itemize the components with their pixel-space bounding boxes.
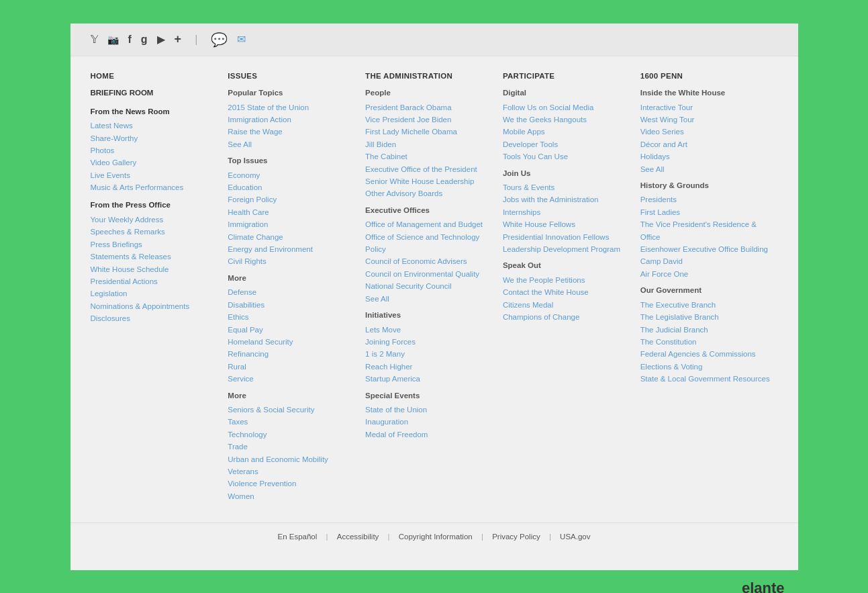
video-series-link[interactable]: Video Series	[640, 126, 771, 138]
ostp-link[interactable]: Office of Science and Technology Policy	[365, 231, 496, 256]
medal-freedom-link[interactable]: Medal of Freedom	[365, 428, 496, 441]
interactive-tour-link[interactable]: Interactive Tour	[640, 101, 771, 113]
ceq-link[interactable]: Council on Environmental Quality	[365, 268, 496, 280]
citizens-medal-link[interactable]: Citizens Medal	[503, 299, 634, 311]
nsc-link[interactable]: National Security Council	[365, 280, 496, 292]
state-local-link[interactable]: State & Local Government Resources	[640, 373, 771, 385]
taxes-link[interactable]: Taxes	[228, 416, 358, 428]
judicial-branch-link[interactable]: The Judicial Branch	[640, 324, 771, 336]
weekly-address-link[interactable]: Your Weekly Address	[91, 214, 222, 226]
raise-wage-link[interactable]: Raise the Wage	[228, 126, 358, 138]
googleplus-icon[interactable]: g	[141, 34, 148, 46]
eob-link[interactable]: Eisenhower Executive Office Building	[640, 243, 771, 255]
video-gallery-link[interactable]: Video Gallery	[91, 156, 222, 169]
jill-biden-link[interactable]: Jill Biden	[365, 138, 496, 150]
copyright-link[interactable]: Copyright Information	[399, 533, 473, 541]
urban-link[interactable]: Urban and Economic Mobility	[228, 453, 358, 465]
speeches-link[interactable]: Speeches & Remarks	[91, 226, 222, 238]
press-briefings-link[interactable]: Press Briefings	[91, 238, 222, 250]
education-link[interactable]: Education	[228, 181, 358, 193]
biden-link[interactable]: Vice President Joe Biden	[365, 113, 496, 126]
federal-agencies-link[interactable]: Federal Agencies & Commissions	[640, 348, 771, 360]
obama-link[interactable]: President Barack Obama	[365, 101, 496, 113]
foreign-policy-link[interactable]: Foreign Policy	[228, 193, 358, 206]
presidents-link[interactable]: Presidents	[640, 193, 771, 206]
ethics-link[interactable]: Ethics	[228, 311, 358, 323]
wh-fellows-link[interactable]: White House Fellows	[503, 218, 634, 230]
geeks-hangouts-link[interactable]: We the Geeks Hangouts	[503, 113, 634, 126]
inauguration-link[interactable]: Inauguration	[365, 416, 496, 428]
exec-office-link[interactable]: Executive Office of the President	[365, 163, 496, 175]
reach-higher-link[interactable]: Reach Higher	[365, 361, 496, 373]
holidays-link[interactable]: Holidays	[640, 150, 771, 163]
internships-link[interactable]: Internships	[503, 206, 634, 218]
state-union-link[interactable]: 2015 State of the Union	[228, 101, 358, 113]
joining-forces-link[interactable]: Joining Forces	[365, 336, 496, 348]
photos-link[interactable]: Photos	[91, 144, 222, 156]
latest-news-link[interactable]: Latest News	[91, 120, 222, 132]
defense-link[interactable]: Defense	[228, 286, 358, 298]
disclosures-link[interactable]: Disclosures	[91, 312, 222, 324]
ldp-link[interactable]: Leadership Development Program	[503, 243, 634, 255]
legislation-link[interactable]: Legislation	[91, 287, 222, 300]
flotus-link[interactable]: First Lady Michelle Obama	[365, 126, 496, 138]
youtube-icon[interactable]: ▶	[157, 33, 165, 46]
decor-art-link[interactable]: Décor and Art	[640, 138, 771, 150]
civil-rights-link[interactable]: Civil Rights	[228, 255, 358, 267]
privacy-policy-link[interactable]: Privacy Policy	[492, 533, 540, 541]
mobile-apps-link[interactable]: Mobile Apps	[503, 126, 634, 138]
chat-icon[interactable]: 💬	[211, 32, 228, 48]
mail-icon[interactable]: ✉	[237, 33, 246, 46]
nominations-link[interactable]: Nominations & Appointments	[91, 300, 222, 312]
live-events-link[interactable]: Live Events	[91, 169, 222, 181]
sr-wh-leadership-link[interactable]: Senior White House Leadership	[365, 175, 496, 187]
disabilities-link[interactable]: Disabilities	[228, 299, 358, 311]
pif-link[interactable]: Presidential Innovation Fellows	[503, 231, 634, 243]
jobs-admin-link[interactable]: Jobs with the Administration	[503, 193, 634, 206]
cabinet-link[interactable]: The Cabinet	[365, 150, 496, 163]
music-arts-link[interactable]: Music & Arts Performances	[91, 181, 222, 193]
west-wing-tour-link[interactable]: West Wing Tour	[640, 113, 771, 126]
developer-tools-link[interactable]: Developer Tools	[503, 138, 634, 150]
instagram-icon[interactable]: 📷	[107, 34, 119, 45]
see-all-1-link[interactable]: See All	[228, 138, 358, 150]
presidential-actions-link[interactable]: Presidential Actions	[91, 275, 222, 287]
seniors-link[interactable]: Seniors & Social Security	[228, 404, 358, 416]
refinancing-link[interactable]: Refinancing	[228, 348, 358, 360]
see-all-3-link[interactable]: See All	[640, 163, 771, 175]
constitution-link[interactable]: The Constitution	[640, 336, 771, 348]
champions-change-link[interactable]: Champions of Change	[503, 311, 634, 323]
1in2many-link[interactable]: 1 is 2 Many	[365, 348, 496, 360]
vp-residence-link[interactable]: The Vice President's Residence & Office	[640, 218, 771, 243]
health-care-link[interactable]: Health Care	[228, 206, 358, 218]
statements-link[interactable]: Statements & Releases	[91, 250, 222, 263]
elections-voting-link[interactable]: Elections & Voting	[640, 361, 771, 373]
startup-america-link[interactable]: Startup America	[365, 373, 496, 385]
advisory-boards-link[interactable]: Other Advisory Boards	[365, 187, 496, 199]
contact-wh-link[interactable]: Contact the White House	[503, 286, 634, 298]
facebook-icon[interactable]: f	[128, 34, 132, 46]
sotu-link[interactable]: State of the Union	[365, 404, 496, 416]
equal-pay-link[interactable]: Equal Pay	[228, 324, 358, 336]
we-people-link[interactable]: We the People Petitions	[503, 274, 634, 286]
women-link[interactable]: Women	[228, 490, 358, 502]
immigration-action-link[interactable]: Immigration Action	[228, 113, 358, 126]
violence-prevention-link[interactable]: Violence Prevention	[228, 477, 358, 490]
economy-link[interactable]: Economy	[228, 169, 358, 181]
immigration-link[interactable]: Immigration	[228, 218, 358, 230]
exec-branch-link[interactable]: The Executive Branch	[640, 299, 771, 311]
twitter-icon[interactable]: 𝕐	[91, 33, 98, 46]
homeland-security-link[interactable]: Homeland Security	[228, 336, 358, 348]
lets-move-link[interactable]: Lets Move	[365, 324, 496, 336]
air-force-one-link[interactable]: Air Force One	[640, 268, 771, 280]
energy-env-link[interactable]: Energy and Environment	[228, 243, 358, 255]
legis-branch-link[interactable]: The Legislative Branch	[640, 311, 771, 323]
first-ladies-link[interactable]: First Ladies	[640, 206, 771, 218]
service-link[interactable]: Service	[228, 373, 358, 385]
usagov-link[interactable]: USA.gov	[560, 533, 590, 541]
social-media-link[interactable]: Follow Us on Social Media	[503, 101, 634, 113]
camp-david-link[interactable]: Camp David	[640, 255, 771, 267]
wh-schedule-link[interactable]: White House Schedule	[91, 263, 222, 275]
see-all-2-link[interactable]: See All	[365, 293, 496, 305]
trade-link[interactable]: Trade	[228, 441, 358, 453]
